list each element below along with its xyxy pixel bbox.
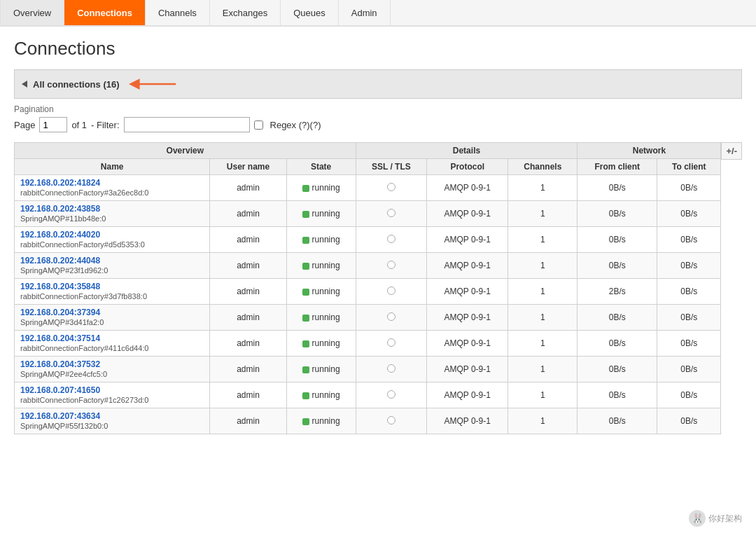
connection-link[interactable]: 192.168.0.204:37514 [20, 333, 204, 343]
cell-to-client: 0B/s [657, 305, 721, 331]
cell-state: running [286, 331, 356, 357]
collapse-triangle[interactable] [22, 81, 27, 88]
table-row: 192.168.0.202:44048SpringAMQP#23f1d962:0… [15, 253, 721, 279]
cell-name: 192.168.0.207:41650rabbitConnectionFacto… [15, 382, 210, 408]
ssl-circle [387, 209, 396, 217]
cell-name: 192.168.0.204:37532SpringAMQP#2ee4cfc5:0 [15, 357, 210, 382]
nav-tab-channels[interactable]: Channels [146, 0, 210, 25]
table-row: 192.168.0.202:43858SpringAMQP#11bb48e:0a… [15, 201, 721, 227]
cell-ssl [356, 175, 426, 201]
regex-checkbox[interactable] [254, 120, 263, 130]
status-indicator [302, 263, 309, 270]
cell-channels: 1 [508, 357, 578, 382]
cell-state: running [286, 175, 356, 201]
ssl-circle [387, 287, 396, 295]
status-indicator [302, 211, 309, 218]
plus-minus-toggle[interactable]: +/- [721, 142, 742, 160]
section-header[interactable]: All connections (16) [14, 69, 742, 99]
cell-ssl [356, 227, 426, 253]
cell-from-client: 0B/s [578, 227, 657, 253]
connections-table: Overview Details Network Name User name … [14, 142, 721, 434]
cell-username: admin [210, 408, 286, 434]
cell-username: admin [210, 357, 286, 382]
cell-to-client: 0B/s [657, 357, 721, 382]
cell-state: running [286, 279, 356, 305]
cell-from-client: 0B/s [578, 408, 657, 434]
cell-ssl [356, 305, 426, 331]
page-input[interactable] [39, 117, 67, 132]
group-header-details: Details [356, 143, 578, 159]
cell-state: running [286, 408, 356, 434]
cell-state: running [286, 201, 356, 227]
connection-sub-name: rabbitConnectionFactory#411c6d44:0 [20, 344, 148, 352]
cell-from-client: 0B/s [578, 175, 657, 201]
group-header-network: Network [578, 143, 721, 159]
cell-username: admin [210, 175, 286, 201]
cell-username: admin [210, 331, 286, 357]
cell-from-client: 0B/s [578, 357, 657, 382]
connection-link[interactable]: 192.168.0.204:35848 [20, 282, 204, 291]
nav-tab-admin[interactable]: Admin [339, 0, 391, 25]
nav-tab-connections[interactable]: Connections [64, 0, 146, 25]
group-header-row: Overview Details Network [15, 143, 721, 159]
table-row: 192.168.0.207:43634SpringAMQP#55f132b0:0… [15, 408, 721, 434]
connection-link[interactable]: 192.168.0.207:43634 [20, 411, 204, 421]
cell-state: running [286, 357, 356, 382]
cell-username: admin [210, 253, 286, 279]
col-username: User name [210, 159, 286, 175]
status-indicator [302, 315, 309, 322]
cell-name: 192.168.0.207:43634SpringAMQP#55f132b0:0 [15, 408, 210, 434]
col-ssl: SSL / TLS [356, 159, 426, 175]
ssl-circle [387, 183, 396, 191]
status-indicator [302, 392, 309, 399]
filter-label: - Filter: [91, 120, 119, 130]
connection-link[interactable]: 192.168.0.204:37394 [20, 308, 204, 317]
cell-name: 192.168.0.202:44020rabbitConnectionFacto… [15, 227, 210, 253]
connection-link[interactable]: 192.168.0.202:41824 [20, 178, 204, 188]
group-header-overview: Overview [15, 143, 356, 159]
pagination-label: Pagination [14, 104, 742, 114]
cell-to-client: 0B/s [657, 382, 721, 408]
table-row: 192.168.0.207:41650rabbitConnectionFacto… [15, 382, 721, 408]
connection-link[interactable]: 192.168.0.202:43858 [20, 204, 204, 214]
connection-link[interactable]: 192.168.0.207:41650 [20, 385, 204, 395]
cell-to-client: 0B/s [657, 253, 721, 279]
connection-sub-name: SpringAMQP#2ee4cfc5:0 [20, 370, 107, 378]
cell-protocol: AMQP 0-9-1 [427, 227, 508, 253]
ssl-circle [387, 338, 396, 347]
connection-sub-name: rabbitConnectionFactory#1c26273d:0 [20, 396, 148, 404]
table-row: 192.168.0.204:35848rabbitConnectionFacto… [15, 279, 721, 305]
cell-to-client: 0B/s [657, 175, 721, 201]
nav-tab-overview[interactable]: Overview [0, 0, 64, 25]
nav-tab-queues[interactable]: Queues [281, 0, 339, 25]
cell-ssl [356, 279, 426, 305]
connection-link[interactable]: 192.168.0.202:44048 [20, 256, 204, 265]
cell-protocol: AMQP 0-9-1 [427, 408, 508, 434]
connection-link[interactable]: 192.168.0.202:44020 [20, 230, 204, 240]
filter-input[interactable] [124, 117, 250, 132]
cell-from-client: 0B/s [578, 382, 657, 408]
cell-name: 192.168.0.204:35848rabbitConnectionFacto… [15, 279, 210, 305]
cell-protocol: AMQP 0-9-1 [427, 382, 508, 408]
cell-protocol: AMQP 0-9-1 [427, 357, 508, 382]
table-row: 192.168.0.204:37514rabbitConnectionFacto… [15, 331, 721, 357]
ssl-circle [387, 261, 396, 269]
arrow-annotation [128, 74, 177, 94]
cell-protocol: AMQP 0-9-1 [427, 279, 508, 305]
cell-channels: 1 [508, 175, 578, 201]
connection-sub-name: rabbitConnectionFactory#3d7fb838:0 [20, 292, 147, 301]
cell-from-client: 0B/s [578, 305, 657, 331]
of-total: of 1 [71, 120, 87, 130]
cell-channels: 1 [508, 227, 578, 253]
connection-sub-name: SpringAMQP#55f132b0:0 [20, 422, 108, 430]
col-header-row: Name User name State SSL / TLS Protocol … [15, 159, 721, 175]
page-title: Connections [14, 38, 742, 60]
status-indicator [302, 340, 309, 347]
cell-channels: 1 [508, 331, 578, 357]
pagination-row: Page of 1 - Filter: Regex (?)(?) [14, 117, 742, 132]
connection-link[interactable]: 192.168.0.204:37532 [20, 359, 204, 369]
table-row: 192.168.0.202:44020rabbitConnectionFacto… [15, 227, 721, 253]
section-title: All connections (16) [33, 79, 120, 90]
nav-tab-exchanges[interactable]: Exchanges [210, 0, 281, 25]
status-indicator [302, 185, 309, 192]
